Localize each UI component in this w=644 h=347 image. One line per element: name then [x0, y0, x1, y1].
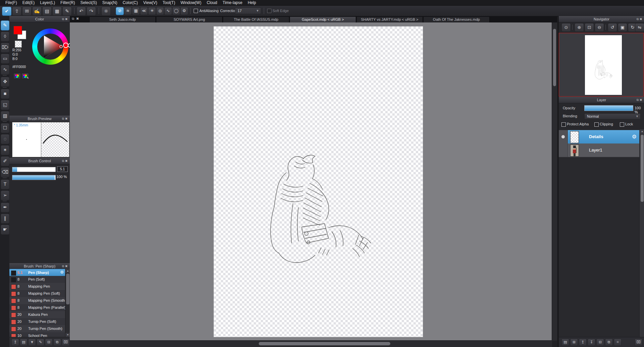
new-brush-menu-button[interactable]: ▼	[28, 339, 36, 346]
brush-list-item[interactable]: 10 School Pen	[9, 332, 65, 337]
tool-operation[interactable]: ➢	[1, 190, 9, 200]
document-tab[interactable]: The Battle Of IASSUS.mdp	[223, 16, 289, 22]
snap-off-button[interactable]: ⊘	[116, 7, 124, 15]
zoom-fit-button[interactable]: ⊡	[585, 23, 594, 32]
brush-settings-gear-icon[interactable]: ⚙	[60, 270, 64, 275]
comment-button[interactable]: ✉	[22, 7, 32, 16]
snap-settings-button[interactable]: ⚙	[180, 7, 188, 15]
zoom-out-button[interactable]: ⊖	[595, 23, 604, 32]
menu-tool[interactable]: Tool(T)	[160, 0, 178, 5]
lock-checkbox[interactable]	[620, 122, 624, 127]
popout-icon[interactable]: ⧉	[62, 17, 65, 21]
brush-size-slider[interactable]	[12, 167, 56, 172]
document-tab[interactable]: Seth Juaco.mdp	[89, 16, 156, 22]
tool-lasso[interactable]: ◌	[1, 134, 9, 144]
foreground-color-swatch[interactable]	[13, 26, 22, 35]
delete-layer-button[interactable]: ⌧	[635, 339, 642, 346]
close-icon[interactable]: ✖	[76, 17, 81, 20]
snap-ellipse-button[interactable]: ◯	[172, 7, 180, 15]
menu-help[interactable]: Help	[245, 0, 259, 5]
tool-text[interactable]: T	[1, 179, 9, 189]
scrollbar-thumb[interactable]	[641, 135, 644, 202]
new-layer-button[interactable]: ▤	[561, 339, 569, 346]
navigator-preview[interactable]	[559, 33, 644, 97]
canvas-viewport[interactable]	[70, 22, 552, 341]
brush-list-item[interactable]: 8 Mapping Pen (Parallel)	[9, 304, 65, 311]
flip-horizontal-button[interactable]: ⇋	[635, 23, 644, 32]
tool-select-eraser[interactable]: ⌫	[1, 167, 9, 177]
edit-canvas-button[interactable]: ✎	[62, 7, 72, 16]
scrollbar-thumb[interactable]	[66, 274, 69, 304]
tool-fill-rectangle[interactable]: ■	[1, 89, 9, 99]
memo-button[interactable]: ✍	[32, 7, 42, 16]
duplicate-brush-button[interactable]: ⧉	[53, 339, 61, 346]
brush-list-item[interactable]: 20 Turnip Pen (Smooth)	[9, 325, 65, 332]
tool-div[interactable]: ∥	[1, 214, 9, 224]
menu-edit[interactable]: Edit(E)	[20, 0, 38, 5]
duplicate-layer-button[interactable]: ⧉	[605, 339, 613, 346]
tool-bucket[interactable]: ◱	[1, 100, 9, 110]
scroll-up-icon[interactable]: ▲	[640, 129, 644, 133]
popout-icon[interactable]: ⧉	[62, 117, 65, 120]
brush-list-item[interactable]: 20 Turnip Pen (Soft)	[9, 318, 65, 325]
edit-brush-button[interactable]: ✎	[37, 339, 44, 346]
new-brush-button[interactable]: ▤	[20, 339, 28, 346]
primary-brush-button[interactable]: ✔	[2, 7, 11, 16]
menu-file[interactable]: File(F)	[3, 0, 20, 5]
tool-select-rectangle[interactable]: ☐	[1, 123, 9, 133]
brush-list-item[interactable]: 8 Mapping Pen (Soft)	[9, 290, 65, 297]
blending-dropdown[interactable]: Normal ▼	[584, 113, 641, 119]
import-layer-button[interactable]: ↧	[588, 339, 595, 346]
tool-polyline[interactable]: ∿	[1, 65, 9, 75]
tool-eraser-lasso[interactable]: ⌦	[1, 43, 9, 53]
rotate-left-button[interactable]: ↺	[608, 23, 617, 32]
close-icon[interactable]: ✖	[65, 265, 68, 268]
menu-filter[interactable]: Filter(R)	[58, 0, 78, 5]
tool-gradient[interactable]: ▧	[1, 111, 9, 121]
protect-alpha-checkbox[interactable]	[561, 122, 566, 127]
brush-size-value[interactable]: 5.1	[57, 166, 68, 172]
snap-parallel-button[interactable]: ≋	[124, 7, 132, 15]
layer-visibility-cell[interactable]	[559, 130, 568, 143]
tool-magic-wand[interactable]: ✶	[1, 145, 9, 155]
menu-select[interactable]: Select(S)	[78, 0, 99, 5]
scrollbar-thumb[interactable]	[553, 29, 556, 86]
export-button[interactable]: ⇧	[12, 7, 21, 16]
rotate-reset-button[interactable]: ▣	[618, 23, 627, 32]
scroll-up-icon[interactable]: ▲	[65, 269, 70, 273]
document-tab-active[interactable]: GapeScot.mdp < uRGB >	[290, 16, 356, 22]
add-layer-button[interactable]: ⊞	[570, 339, 578, 346]
close-icon[interactable]: ✖	[65, 117, 68, 120]
brush-list-item[interactable]: 5.1 Pen (Sharp) ⚙	[9, 269, 65, 276]
document-button[interactable]: ▤	[42, 7, 52, 16]
snap-concentric-button[interactable]: ◎	[156, 7, 164, 15]
canvas-page[interactable]	[213, 26, 423, 337]
tool-move[interactable]: ✥	[1, 77, 9, 87]
merge-layer-button[interactable]: ⌗	[614, 339, 622, 346]
menu-color[interactable]: Color(C)	[120, 0, 140, 5]
layer-folder-button[interactable]: ⊟	[596, 339, 604, 346]
close-icon[interactable]: ✖	[65, 159, 68, 163]
brush-opacity-slider[interactable]	[12, 175, 56, 180]
soft-edge-checkbox[interactable]	[267, 9, 271, 13]
zoom-reset-button[interactable]: ⊙	[561, 23, 571, 32]
menu-layer[interactable]: Layer(L)	[37, 0, 58, 5]
canvas-vertical-scrollbar[interactable]	[552, 22, 557, 341]
tool-hand[interactable]: ☛	[1, 225, 9, 235]
layer-row-selected[interactable]: Details ⚙	[559, 130, 639, 143]
antialiasing-checkbox[interactable]	[194, 9, 198, 13]
tool-brush[interactable]: ✎	[1, 20, 9, 31]
undo-button[interactable]: ↶	[77, 7, 86, 16]
color-wheel-mode-button[interactable]	[13, 73, 21, 79]
scroll-down-icon[interactable]: ▼	[65, 333, 70, 337]
popout-icon[interactable]: ⧉	[637, 98, 640, 102]
layer-visibility-cell[interactable]	[559, 143, 568, 157]
brush-list-item[interactable]: 8 Mapping Pen	[9, 283, 65, 290]
scrollbar-thumb[interactable]	[259, 342, 390, 345]
redo-button[interactable]: ↷	[87, 7, 96, 16]
color-wheel[interactable]	[32, 28, 68, 65]
brush-list-item[interactable]: 20 Kabura Pen	[9, 311, 65, 318]
delete-brush-button[interactable]: ⌧	[62, 339, 69, 346]
brush-list-item[interactable]: 8 Pen (Soft)	[9, 276, 65, 283]
color-edit-mode-button[interactable]: ✎	[21, 73, 29, 79]
